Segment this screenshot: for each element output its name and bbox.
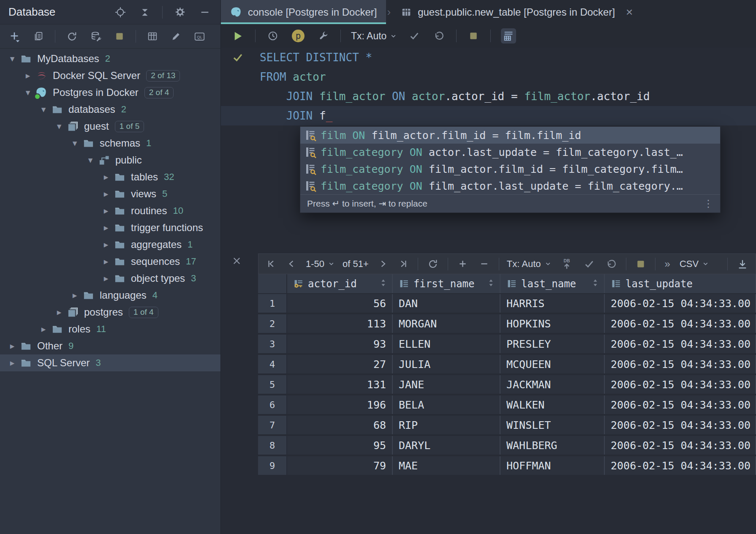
completion-item[interactable]: film ON film_actor.film_id = film.film_i… <box>300 127 720 144</box>
close-results-button[interactable] <box>229 253 244 268</box>
cell-last-name[interactable]: HARRIS <box>500 294 605 313</box>
code-line[interactable]: JOIN f_ <box>221 106 756 125</box>
db-upload-button[interactable]: DB <box>559 256 574 272</box>
console-button[interactable]: QL <box>192 30 207 44</box>
tree-item-mydatabases[interactable]: ▾MyDatabases2 <box>0 50 220 67</box>
chevron-collapsed-icon[interactable]: ▸ <box>21 71 35 81</box>
chevron-collapsed-icon[interactable]: ▸ <box>99 223 113 233</box>
completion-item[interactable]: film_category ON film_actor.last_update … <box>300 177 720 194</box>
tree-item-object-types[interactable]: ▸object types3 <box>0 270 220 287</box>
chevron-collapsed-icon[interactable]: ▸ <box>99 172 113 182</box>
cell-first-name[interactable]: DARYL <box>393 436 500 455</box>
chevron-collapsed-icon[interactable]: ▸ <box>99 240 113 250</box>
row-number[interactable]: 5 <box>258 375 287 394</box>
stop-button[interactable] <box>113 30 126 43</box>
chevron-collapsed-icon[interactable]: ▸ <box>5 341 19 351</box>
sort-icon[interactable] <box>381 278 386 290</box>
cell-first-name[interactable]: MORGAN <box>393 314 500 333</box>
tree-item-trigger-functions[interactable]: ▸trigger functions <box>0 219 220 236</box>
tree-item-sql-server[interactable]: ▸SQL Server3 <box>0 354 220 371</box>
cell-last-name[interactable]: PRESLEY <box>500 335 605 353</box>
1-50-control[interactable]: 1-50 <box>306 259 335 270</box>
cell-actor-id[interactable]: 95 <box>287 436 393 455</box>
inline-result-button[interactable] <box>501 28 516 44</box>
row-number[interactable]: 2 <box>258 314 287 333</box>
download-button[interactable] <box>735 257 750 271</box>
stop-button[interactable] <box>634 257 647 271</box>
tree-item-other[interactable]: ▸Other9 <box>0 338 220 354</box>
of-51-control[interactable]: of 51+ <box>343 259 369 270</box>
tx-auto-control[interactable]: Tx: Auto <box>507 259 552 270</box>
nav-next-button[interactable] <box>376 257 389 270</box>
cell-last-update[interactable]: 2006-02-15 04:34:33.00 <box>605 375 756 394</box>
csv-control[interactable]: CSV <box>680 259 709 270</box>
tree-item-sequences[interactable]: ▸sequences17 <box>0 253 220 270</box>
cell-actor-id[interactable]: 93 <box>287 335 393 353</box>
tree-item-languages[interactable]: ▸languages4 <box>0 287 220 304</box>
cell-last-update[interactable]: 2006-02-15 04:34:33.00 <box>605 314 756 333</box>
chevron-expanded-icon[interactable]: ▾ <box>52 121 66 131</box>
tree-item-tables[interactable]: ▸tables32 <box>0 169 220 185</box>
tree-item-guest[interactable]: ▾guest1 of 5 <box>0 118 220 135</box>
cell-last-update[interactable]: 2006-02-15 04:34:33.00 <box>605 456 756 475</box>
cell-actor-id[interactable]: 113 <box>287 314 393 333</box>
row-number[interactable]: 1 <box>258 294 287 313</box>
wrench-button[interactable] <box>316 29 330 43</box>
nav-prev-button[interactable] <box>285 257 298 270</box>
column-header-actor-id[interactable]: actor_id <box>287 274 393 293</box>
cell-last-name[interactable]: JACKMAN <box>500 375 605 394</box>
collapse-all-button[interactable] <box>138 5 152 19</box>
commit-button[interactable] <box>582 257 596 271</box>
cell-last-name[interactable]: WAHLBERG <box>500 436 605 455</box>
cell-last-update[interactable]: 2006-02-15 04:34:33.00 <box>605 436 756 455</box>
kebab-icon[interactable]: ⋮ <box>703 198 713 210</box>
cell-last-update[interactable]: 2006-02-15 04:34:33.00 <box>605 294 756 313</box>
tab-close-icon[interactable]: × <box>626 5 633 19</box>
rollback-button[interactable] <box>432 29 446 43</box>
chevron-collapsed-icon[interactable]: ▸ <box>52 307 66 317</box>
cell-actor-id[interactable]: 56 <box>287 294 393 313</box>
cell-first-name[interactable]: RIP <box>393 416 500 434</box>
column-header-last-name[interactable]: last_name <box>500 274 605 293</box>
chevron-expanded-icon[interactable]: ▾ <box>36 104 51 114</box>
locate-button[interactable] <box>113 5 128 19</box>
chevron-collapsed-icon[interactable]: ▸ <box>5 358 19 368</box>
chevron-collapsed-icon[interactable]: ▸ <box>68 290 82 300</box>
cell-last-name[interactable]: WINSLET <box>500 416 605 434</box>
cell-last-update[interactable]: 2006-02-15 04:34:33.00 <box>605 335 756 353</box>
remove-row-button[interactable] <box>477 257 491 271</box>
row-number[interactable]: 6 <box>258 395 287 414</box>
chevron-expanded-icon[interactable]: ▾ <box>5 54 19 64</box>
chevron-collapsed-icon[interactable]: ▸ <box>99 206 113 216</box>
cell-first-name[interactable]: ELLEN <box>393 335 500 353</box>
tree-item-docker-sql-server[interactable]: ▸Docker SQL Server2 of 13 <box>0 67 220 84</box>
tab-guest-public-new-table-postgres-in-docker[interactable]: guest.public.new_table [Postgres in Dock… <box>392 0 642 24</box>
row-number[interactable]: 7 <box>258 416 287 434</box>
cell-actor-id[interactable]: 196 <box>287 395 393 414</box>
tree-item-routines[interactable]: ▸routines10 <box>0 202 220 219</box>
cell-last-update[interactable]: 2006-02-15 04:34:33.00 <box>605 395 756 414</box>
chevron-collapsed-icon[interactable]: ▸ <box>99 273 113 283</box>
row-number[interactable]: 8 <box>258 436 287 455</box>
cell-actor-id[interactable]: 27 <box>287 355 393 373</box>
stop-button[interactable] <box>467 29 480 43</box>
tab-console-postgres-in-docker[interactable]: console [Postgres in Docker] <box>221 0 386 24</box>
tx-auto-control[interactable]: Tx: Auto <box>351 30 397 42</box>
tree-item-schemas[interactable]: ▾schemas1 <box>0 135 220 152</box>
nav-last-button[interactable] <box>397 257 410 270</box>
cell-first-name[interactable]: JANE <box>393 375 500 394</box>
cell-first-name[interactable]: BELA <box>393 395 500 414</box>
commit-button[interactable] <box>407 29 422 43</box>
tree-item-postgres-in-docker[interactable]: ▾Postgres in Docker2 of 4 <box>0 84 220 101</box>
chevron-collapsed-icon[interactable]: ▸ <box>99 256 113 267</box>
p-badge-button[interactable]: p <box>290 28 306 44</box>
cell-first-name[interactable]: MAE <box>393 456 500 475</box>
cell-last-name[interactable]: HOFFMAN <box>500 456 605 475</box>
cell-last-name[interactable]: MCQUEEN <box>500 355 605 373</box>
chevron-expanded-icon[interactable]: ▾ <box>83 155 98 165</box>
cell-actor-id[interactable]: 131 <box>287 375 393 394</box>
column-header-last-update[interactable]: last_update <box>605 274 756 293</box>
code-line[interactable]: FROM actor <box>221 67 756 87</box>
chevron-collapsed-icon[interactable]: ▸ <box>99 189 113 199</box>
data-source-properties-button[interactable] <box>89 29 103 44</box>
